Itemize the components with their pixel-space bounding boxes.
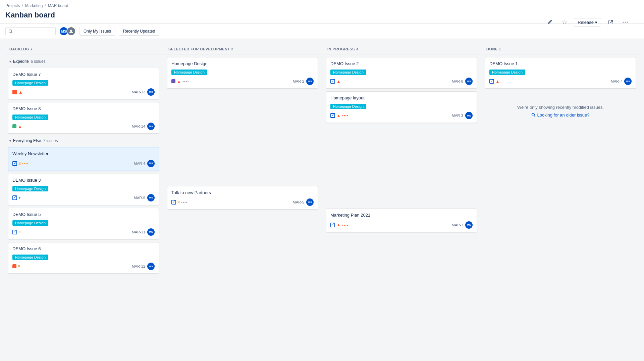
priority-medium-partners: ≡	[177, 200, 180, 205]
card-demo6[interactable]: DEMO Issue 6 Homepage Design ≡ MAR-12 MS	[8, 242, 159, 274]
card-avatar-demo6: MS	[147, 263, 155, 270]
card-avatar-demo7: MS	[147, 88, 155, 96]
card-icons-demo7: ▲	[12, 90, 23, 95]
card-talk-partners[interactable]: Talk to new Partners ≡ •••• MAR-5 MS	[167, 186, 318, 210]
dots-icon-marketing: ••••	[342, 223, 348, 227]
card-demo5[interactable]: DEMO Issue 5 Homepage Design ≡ MAR-11 MS	[8, 208, 159, 239]
card-avatar-demo5: MS	[147, 228, 155, 236]
card-icons-demo3: ▾	[12, 195, 21, 200]
card-demo7[interactable]: DEMO Issue 7 Homepage Design ▲ MAR-13 MS	[8, 68, 159, 99]
group-name-everything: Everything Else	[13, 138, 41, 143]
search-icon	[8, 29, 13, 34]
recently-updated-button[interactable]: Recently Updated	[119, 27, 159, 36]
card-icons-demo8: ▲	[12, 124, 22, 129]
pencil-icon	[547, 19, 552, 25]
svg-point-0	[623, 22, 624, 23]
card-icons-marketing-plan: ▲ ••••	[330, 222, 348, 227]
card-title-homepage-layout: Homepage layout	[330, 95, 473, 101]
card-demo8[interactable]: DEMO Issue 8 Homepage Design ▲ MAR-14 MS	[8, 102, 159, 134]
column-count-done: 1	[499, 47, 501, 51]
check-icon-newsletter	[12, 161, 17, 166]
group-name-expedite: Expedite	[13, 59, 29, 64]
card-tag-demo8: Homepage Design	[12, 115, 48, 120]
card-title-demo8: DEMO Issue 8	[12, 106, 155, 112]
card-footer-marketing-plan: ▲ •••• MAR-1 MS	[330, 221, 473, 229]
search-box[interactable]	[5, 27, 56, 35]
card-footer-talk-partners: ≡ •••• MAR-5 MS	[171, 198, 314, 206]
breadcrumb-mar-board[interactable]: MAR board	[48, 3, 68, 8]
card-avatar-demo8: MS	[147, 123, 155, 130]
breadcrumb: Projects / Marketing / MAR board	[5, 0, 639, 9]
card-icons-demo2: ▲	[330, 79, 341, 84]
search-input[interactable]	[14, 29, 51, 34]
card-title-demo5: DEMO Issue 5	[12, 212, 155, 218]
breadcrumb-marketing[interactable]: Marketing	[25, 3, 43, 8]
card-avatar-demo2: MS	[465, 78, 473, 85]
card-title-demo1: DEMO Issue 1	[489, 61, 632, 67]
svg-point-3	[9, 30, 12, 32]
card-avatar-talk-partners: MS	[306, 198, 314, 206]
card-tag-demo5: Homepage Design	[12, 220, 48, 226]
svg-line-7	[534, 116, 536, 117]
column-title-done: DONE	[486, 47, 498, 51]
card-date-homepage-layout: MAR-3	[452, 114, 463, 118]
column-header-selected: SELECTED FOR DEVELOPMENT 2	[164, 44, 321, 54]
card-title-newsletter: Weekly Newsletter	[12, 151, 155, 157]
story-icon	[12, 124, 16, 128]
card-footer-demo1: ▲ MAR-7 MS	[489, 78, 632, 85]
card-newsletter[interactable]: Weekly Newsletter ≡ •••• MAR-4 MS	[8, 147, 159, 171]
older-issue-link[interactable]: Looking for an older issue?	[492, 112, 629, 118]
card-icons-homepage-design: ▲ ••••	[171, 79, 189, 84]
card-tag-demo2: Homepage Design	[330, 70, 366, 75]
card-right-demo7: MAR-13 MS	[132, 88, 155, 96]
fire-icon	[12, 90, 17, 94]
star-icon	[562, 19, 567, 25]
card-right-demo8: MAR-14 MS	[132, 123, 155, 130]
card-date-homepage-design: MAR-2	[293, 79, 304, 83]
card-footer-demo2: ▲ MAR-8 MS	[330, 78, 473, 85]
column-header-backlog: BACKLOG 7	[5, 44, 162, 54]
card-date-demo6: MAR-12	[132, 264, 145, 268]
card-demo1[interactable]: DEMO Issue 1 Homepage Design ▲ MAR-7 MS	[485, 57, 636, 89]
card-demo2[interactable]: DEMO Issue 2 Homepage Design ▲ MAR-8 MS	[326, 57, 477, 89]
more-icon	[623, 21, 628, 23]
share-button[interactable]	[605, 17, 616, 28]
check-icon-demo2	[330, 79, 335, 84]
column-title-inprogress: IN PROGRESS	[327, 47, 355, 51]
dots-icon-partners: ••••	[181, 200, 187, 204]
card-homepage-design[interactable]: Homepage Design Homepage Design ▲ •••• M…	[167, 57, 318, 89]
card-demo3[interactable]: DEMO Issue 3 Homepage Design ▾ MAR-9 MS	[8, 174, 159, 205]
group-header-expedite[interactable]: ▾ Expedite 6 issues	[8, 57, 159, 66]
card-date-demo8: MAR-14	[132, 124, 145, 128]
star-icon-btn[interactable]	[559, 17, 570, 28]
group-header-everything[interactable]: ▾ Everything Else 7 issues	[8, 136, 159, 145]
done-message: We're only showing recently modified iss…	[485, 91, 636, 131]
card-avatar-homepage-layout: MS	[465, 112, 473, 119]
column-count-backlog: 7	[31, 47, 33, 51]
card-footer-demo3: ▾ MAR-9 MS	[12, 194, 155, 201]
avatar-other[interactable]	[66, 27, 76, 36]
priority-high-demo2: ▲	[336, 79, 341, 84]
card-tag-homepage-layout: Homepage Design	[330, 104, 366, 109]
more-icon-btn[interactable]	[620, 17, 631, 28]
card-marketing-plan[interactable]: Marketing Plan 2021 ▲ •••• MAR-1 MS	[326, 209, 477, 232]
release-button[interactable]: Release ▾	[574, 18, 601, 27]
priority-high-icon: ▲	[18, 90, 23, 95]
column-title-selected: SELECTED FOR DEVELOPMENT	[168, 47, 230, 51]
card-footer-homepage-design: ▲ •••• MAR-2 MS	[171, 78, 314, 85]
card-title-demo6: DEMO Issue 6	[12, 246, 155, 252]
breadcrumb-sep2: /	[45, 3, 46, 8]
check-icon-demo3	[12, 195, 17, 200]
only-my-issues-button[interactable]: Only My Issues	[79, 27, 115, 36]
card-homepage-layout[interactable]: Homepage layout Homepage Design ▲ •••• M…	[326, 91, 477, 123]
pencil-icon-btn[interactable]	[544, 17, 555, 28]
card-icons-homepage-layout: ▲ ••••	[330, 113, 348, 118]
card-icons-demo6: ≡	[12, 264, 20, 269]
card-footer-demo5: ≡ MAR-11 MS	[12, 228, 155, 236]
column-content-backlog: ▾ Expedite 6 issues DEMO Issue 7 Homepag…	[5, 57, 162, 279]
breadcrumb-projects[interactable]: Projects	[5, 3, 20, 8]
share-icon	[608, 19, 613, 25]
card-date-newsletter: MAR-4	[134, 162, 145, 166]
card-date-demo5: MAR-11	[132, 230, 145, 234]
check-icon-demo5	[12, 230, 17, 234]
